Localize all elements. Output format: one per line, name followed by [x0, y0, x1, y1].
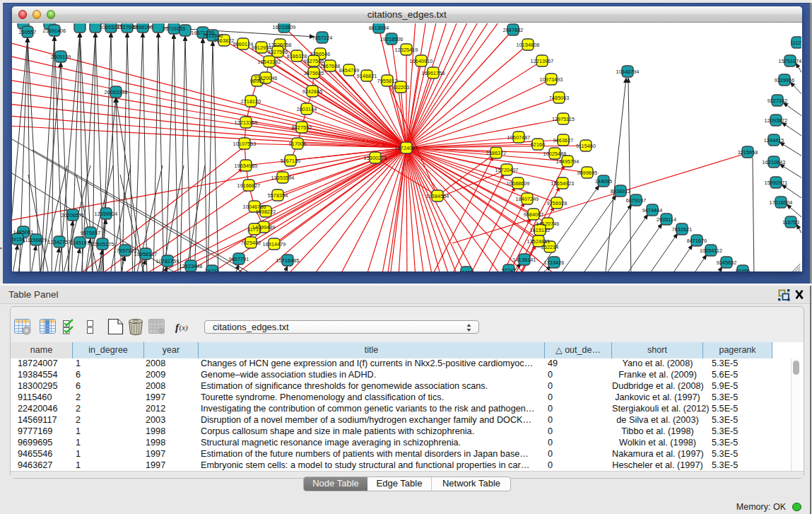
svg-text:19654985: 19654985 — [235, 162, 258, 168]
svg-text:15654923: 15654923 — [551, 180, 575, 186]
svg-text:7485063: 7485063 — [549, 94, 570, 100]
svg-text:917006: 917006 — [289, 140, 307, 146]
svg-text:16961758: 16961758 — [422, 69, 445, 76]
svg-text:92456: 92456 — [736, 267, 751, 271]
svg-text:13353594: 13353594 — [271, 174, 295, 180]
svg-text:1615132: 1615132 — [530, 226, 551, 233]
svg-text:144095: 144095 — [595, 177, 613, 184]
svg-text:116753: 116753 — [782, 218, 799, 225]
svg-text:18407249: 18407249 — [516, 195, 539, 201]
svg-text:3875685: 3875685 — [304, 69, 324, 76]
svg-text:16640910: 16640910 — [410, 57, 433, 64]
svg-text:62160: 62160 — [531, 141, 546, 147]
svg-text:15716485: 15716485 — [276, 257, 300, 263]
svg-text:13226058: 13226058 — [269, 41, 292, 47]
svg-text:9242845: 9242845 — [302, 88, 323, 94]
svg-text:7625402: 7625402 — [241, 239, 261, 245]
svg-text:9329966: 9329966 — [775, 76, 795, 83]
svg-text:7632621: 7632621 — [672, 226, 693, 232]
svg-text:12505175: 12505175 — [91, 240, 114, 247]
svg-text:10782759: 10782759 — [156, 257, 180, 264]
svg-text:19234: 19234 — [205, 267, 220, 271]
svg-text:8471676: 8471676 — [687, 237, 707, 243]
svg-text:252214: 252214 — [541, 243, 559, 250]
svg-text:9115460: 9115460 — [576, 142, 596, 148]
svg-text:(x): (x) — [180, 323, 189, 332]
svg-text:15692971: 15692971 — [765, 179, 788, 185]
svg-text:9756928: 9756928 — [547, 199, 567, 206]
svg-text:16914479: 16914479 — [263, 240, 286, 247]
svg-text:31712: 31712 — [247, 226, 262, 232]
svg-text:9327506: 9327506 — [268, 48, 288, 54]
svg-text:7955812: 7955812 — [377, 77, 398, 83]
svg-text:17957223: 17957223 — [114, 247, 137, 253]
svg-text:16210643: 16210643 — [763, 158, 786, 165]
svg-text:832203: 832203 — [392, 83, 410, 90]
svg-text:7515546: 7515546 — [203, 32, 223, 38]
svg-text:10654112: 10654112 — [700, 247, 722, 253]
svg-text:8660124: 8660124 — [233, 40, 254, 47]
svg-text:20206576: 20206576 — [61, 211, 85, 218]
svg-text:3215958: 3215958 — [738, 148, 758, 155]
svg-text:6879197: 6879197 — [626, 197, 647, 203]
svg-text:19166827: 19166827 — [237, 182, 261, 188]
svg-text:16033809: 16033809 — [273, 23, 296, 30]
svg-text:9474444: 9474444 — [642, 206, 663, 213]
svg-text:10688609: 10688609 — [507, 180, 530, 186]
svg-text:18724007: 18724007 — [395, 144, 418, 151]
svg-text:6466160: 6466160 — [133, 23, 153, 30]
svg-text:8813054: 8813054 — [369, 24, 389, 30]
svg-text:1244415: 1244415 — [764, 136, 784, 143]
svg-text:9146821: 9146821 — [357, 72, 377, 78]
svg-text:12093872: 12093872 — [765, 117, 788, 123]
svg-text:8427552: 8427552 — [292, 124, 312, 130]
svg-text:9699695: 9699695 — [577, 169, 598, 175]
svg-text:11127: 11127 — [790, 39, 801, 45]
svg-text:1145193: 1145193 — [70, 239, 90, 245]
svg-text:9463627: 9463627 — [553, 136, 574, 143]
svg-text:2386372: 2386372 — [486, 149, 507, 156]
svg-text:9657791: 9657791 — [229, 255, 249, 262]
svg-text:2867608: 2867608 — [320, 62, 341, 69]
svg-text:10958127: 10958127 — [134, 250, 158, 257]
svg-text:230557: 230557 — [19, 28, 37, 35]
svg-text:12975115: 12975115 — [552, 115, 575, 122]
svg-text:15300273: 15300273 — [364, 154, 387, 160]
svg-text:14136141: 14136141 — [513, 256, 536, 262]
svg-text:17016504: 17016504 — [770, 199, 793, 205]
svg-text:10607487: 10607487 — [507, 134, 531, 140]
svg-text:9245652: 9245652 — [717, 259, 737, 265]
svg-text:11156829: 11156829 — [25, 236, 47, 243]
svg-text:12342757: 12342757 — [48, 238, 71, 245]
svg-text:12923448: 12923448 — [180, 262, 203, 269]
svg-text:7857224: 7857224 — [312, 34, 333, 40]
svg-text:2935114: 2935114 — [657, 216, 676, 222]
svg-text:8938913: 8938913 — [611, 187, 631, 194]
svg-text:2718120: 2718120 — [241, 98, 261, 104]
svg-text:23691406: 23691406 — [43, 27, 66, 33]
svg-text:16543382: 16543382 — [258, 58, 281, 64]
svg-text:2803144: 2803144 — [297, 105, 317, 112]
svg-text:15720407: 15720407 — [495, 166, 519, 173]
svg-text:12213369: 12213369 — [235, 119, 258, 125]
svg-text:11615: 11615 — [459, 269, 473, 271]
svg-text:2087682: 2087682 — [503, 26, 524, 33]
svg-text:9575857: 9575857 — [81, 229, 101, 235]
svg-text:10719155: 10719155 — [163, 25, 186, 31]
svg-text:10154808: 10154808 — [517, 41, 540, 47]
svg-text:9227342: 9227342 — [767, 97, 788, 103]
svg-text:23420046: 23420046 — [254, 74, 278, 81]
svg-text:14120746: 14120746 — [536, 220, 560, 226]
svg-text:9684067: 9684067 — [524, 211, 544, 217]
svg-text:2005139: 2005139 — [51, 53, 71, 59]
svg-text:1485061: 1485061 — [13, 228, 34, 235]
svg-text:12213967: 12213967 — [531, 57, 554, 64]
svg-text:10107553: 10107553 — [233, 140, 257, 146]
svg-text:12325419: 12325419 — [395, 46, 418, 52]
svg-text:20053346: 20053346 — [105, 88, 128, 95]
svg-text:15751074: 15751074 — [779, 57, 801, 64]
svg-text:39154: 39154 — [12, 235, 25, 242]
svg-text:10973493: 10973493 — [540, 76, 563, 82]
svg-text:2756546: 2756546 — [310, 50, 331, 57]
svg-text:5578354: 5578354 — [268, 192, 288, 198]
